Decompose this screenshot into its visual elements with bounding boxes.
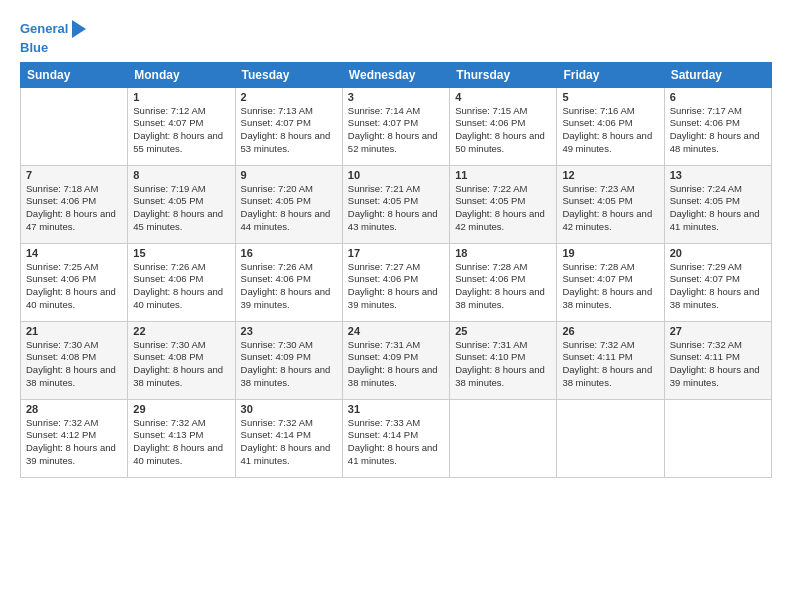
calendar-cell: 3Sunrise: 7:14 AMSunset: 4:07 PMDaylight… [342,87,449,165]
calendar-cell: 26Sunrise: 7:32 AMSunset: 4:11 PMDayligh… [557,321,664,399]
day-number: 31 [348,403,444,415]
day-detail: Sunrise: 7:15 AMSunset: 4:06 PMDaylight:… [455,105,551,156]
calendar-cell: 18Sunrise: 7:28 AMSunset: 4:06 PMDayligh… [450,243,557,321]
calendar-cell: 1Sunrise: 7:12 AMSunset: 4:07 PMDaylight… [128,87,235,165]
calendar-cell: 25Sunrise: 7:31 AMSunset: 4:10 PMDayligh… [450,321,557,399]
day-detail: Sunrise: 7:22 AMSunset: 4:05 PMDaylight:… [455,183,551,234]
day-number: 30 [241,403,337,415]
day-number: 7 [26,169,122,181]
logo: General Blue [20,18,88,56]
day-detail: Sunrise: 7:28 AMSunset: 4:07 PMDaylight:… [562,261,658,312]
calendar-cell: 27Sunrise: 7:32 AMSunset: 4:11 PMDayligh… [664,321,771,399]
calendar-cell: 13Sunrise: 7:24 AMSunset: 4:05 PMDayligh… [664,165,771,243]
day-number: 8 [133,169,229,181]
day-number: 23 [241,325,337,337]
day-number: 2 [241,91,337,103]
day-number: 22 [133,325,229,337]
calendar-cell: 16Sunrise: 7:26 AMSunset: 4:06 PMDayligh… [235,243,342,321]
weekday-header-row: Sunday Monday Tuesday Wednesday Thursday… [21,62,772,87]
calendar-cell: 12Sunrise: 7:23 AMSunset: 4:05 PMDayligh… [557,165,664,243]
day-detail: Sunrise: 7:32 AMSunset: 4:12 PMDaylight:… [26,417,122,468]
calendar-cell: 28Sunrise: 7:32 AMSunset: 4:12 PMDayligh… [21,399,128,477]
header-wednesday: Wednesday [342,62,449,87]
calendar-cell: 30Sunrise: 7:32 AMSunset: 4:14 PMDayligh… [235,399,342,477]
day-number: 27 [670,325,766,337]
day-detail: Sunrise: 7:24 AMSunset: 4:05 PMDaylight:… [670,183,766,234]
day-detail: Sunrise: 7:18 AMSunset: 4:06 PMDaylight:… [26,183,122,234]
calendar-cell: 10Sunrise: 7:21 AMSunset: 4:05 PMDayligh… [342,165,449,243]
calendar-cell: 17Sunrise: 7:27 AMSunset: 4:06 PMDayligh… [342,243,449,321]
day-number: 20 [670,247,766,259]
calendar-cell: 22Sunrise: 7:30 AMSunset: 4:08 PMDayligh… [128,321,235,399]
calendar-cell: 2Sunrise: 7:13 AMSunset: 4:07 PMDaylight… [235,87,342,165]
calendar-cell: 9Sunrise: 7:20 AMSunset: 4:05 PMDaylight… [235,165,342,243]
day-number: 6 [670,91,766,103]
calendar-cell: 19Sunrise: 7:28 AMSunset: 4:07 PMDayligh… [557,243,664,321]
calendar-table: Sunday Monday Tuesday Wednesday Thursday… [20,62,772,478]
day-number: 18 [455,247,551,259]
calendar-cell: 21Sunrise: 7:30 AMSunset: 4:08 PMDayligh… [21,321,128,399]
day-detail: Sunrise: 7:29 AMSunset: 4:07 PMDaylight:… [670,261,766,312]
day-detail: Sunrise: 7:27 AMSunset: 4:06 PMDaylight:… [348,261,444,312]
calendar-cell: 29Sunrise: 7:32 AMSunset: 4:13 PMDayligh… [128,399,235,477]
calendar-cell: 15Sunrise: 7:26 AMSunset: 4:06 PMDayligh… [128,243,235,321]
day-detail: Sunrise: 7:13 AMSunset: 4:07 PMDaylight:… [241,105,337,156]
day-number: 15 [133,247,229,259]
day-number: 24 [348,325,444,337]
day-detail: Sunrise: 7:23 AMSunset: 4:05 PMDaylight:… [562,183,658,234]
calendar-cell: 14Sunrise: 7:25 AMSunset: 4:06 PMDayligh… [21,243,128,321]
calendar-week-row: 1Sunrise: 7:12 AMSunset: 4:07 PMDaylight… [21,87,772,165]
day-number: 16 [241,247,337,259]
day-detail: Sunrise: 7:32 AMSunset: 4:11 PMDaylight:… [562,339,658,390]
calendar-week-row: 21Sunrise: 7:30 AMSunset: 4:08 PMDayligh… [21,321,772,399]
day-detail: Sunrise: 7:30 AMSunset: 4:08 PMDaylight:… [26,339,122,390]
calendar-cell: 5Sunrise: 7:16 AMSunset: 4:06 PMDaylight… [557,87,664,165]
svg-marker-0 [72,20,86,38]
day-detail: Sunrise: 7:33 AMSunset: 4:14 PMDaylight:… [348,417,444,468]
calendar-cell: 31Sunrise: 7:33 AMSunset: 4:14 PMDayligh… [342,399,449,477]
calendar-week-row: 14Sunrise: 7:25 AMSunset: 4:06 PMDayligh… [21,243,772,321]
day-detail: Sunrise: 7:31 AMSunset: 4:09 PMDaylight:… [348,339,444,390]
day-detail: Sunrise: 7:14 AMSunset: 4:07 PMDaylight:… [348,105,444,156]
day-number: 9 [241,169,337,181]
day-number: 1 [133,91,229,103]
header-tuesday: Tuesday [235,62,342,87]
calendar-week-row: 7Sunrise: 7:18 AMSunset: 4:06 PMDaylight… [21,165,772,243]
header-sunday: Sunday [21,62,128,87]
calendar-cell: 23Sunrise: 7:30 AMSunset: 4:09 PMDayligh… [235,321,342,399]
header-thursday: Thursday [450,62,557,87]
day-detail: Sunrise: 7:26 AMSunset: 4:06 PMDaylight:… [241,261,337,312]
calendar-cell: 24Sunrise: 7:31 AMSunset: 4:09 PMDayligh… [342,321,449,399]
day-detail: Sunrise: 7:16 AMSunset: 4:06 PMDaylight:… [562,105,658,156]
day-detail: Sunrise: 7:30 AMSunset: 4:09 PMDaylight:… [241,339,337,390]
header-monday: Monday [128,62,235,87]
day-detail: Sunrise: 7:32 AMSunset: 4:14 PMDaylight:… [241,417,337,468]
calendar-cell: 20Sunrise: 7:29 AMSunset: 4:07 PMDayligh… [664,243,771,321]
day-number: 4 [455,91,551,103]
day-detail: Sunrise: 7:28 AMSunset: 4:06 PMDaylight:… [455,261,551,312]
calendar-page: General Blue Sunday Monday Tuesday Wedne… [0,0,792,612]
logo-icon [70,18,88,40]
day-detail: Sunrise: 7:26 AMSunset: 4:06 PMDaylight:… [133,261,229,312]
day-number: 5 [562,91,658,103]
day-detail: Sunrise: 7:32 AMSunset: 4:11 PMDaylight:… [670,339,766,390]
calendar-cell [21,87,128,165]
day-number: 25 [455,325,551,337]
calendar-week-row: 28Sunrise: 7:32 AMSunset: 4:12 PMDayligh… [21,399,772,477]
day-detail: Sunrise: 7:21 AMSunset: 4:05 PMDaylight:… [348,183,444,234]
day-detail: Sunrise: 7:32 AMSunset: 4:13 PMDaylight:… [133,417,229,468]
day-number: 12 [562,169,658,181]
day-detail: Sunrise: 7:25 AMSunset: 4:06 PMDaylight:… [26,261,122,312]
day-detail: Sunrise: 7:17 AMSunset: 4:06 PMDaylight:… [670,105,766,156]
day-number: 19 [562,247,658,259]
day-detail: Sunrise: 7:20 AMSunset: 4:05 PMDaylight:… [241,183,337,234]
day-number: 11 [455,169,551,181]
header-saturday: Saturday [664,62,771,87]
page-header: General Blue [20,18,772,56]
day-detail: Sunrise: 7:12 AMSunset: 4:07 PMDaylight:… [133,105,229,156]
calendar-cell [664,399,771,477]
day-number: 26 [562,325,658,337]
day-number: 13 [670,169,766,181]
calendar-cell: 6Sunrise: 7:17 AMSunset: 4:06 PMDaylight… [664,87,771,165]
day-number: 21 [26,325,122,337]
